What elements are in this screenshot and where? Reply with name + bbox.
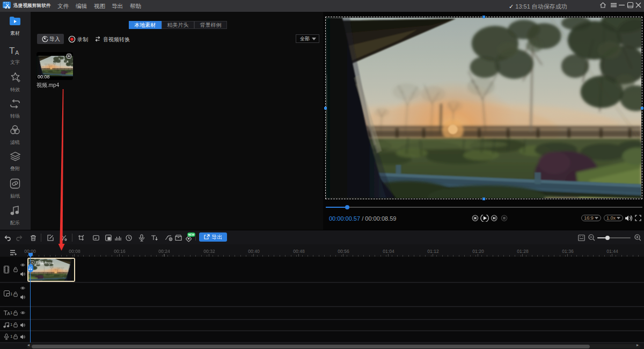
svg-text:A: A	[15, 49, 19, 55]
svg-text:T: T	[9, 46, 14, 55]
